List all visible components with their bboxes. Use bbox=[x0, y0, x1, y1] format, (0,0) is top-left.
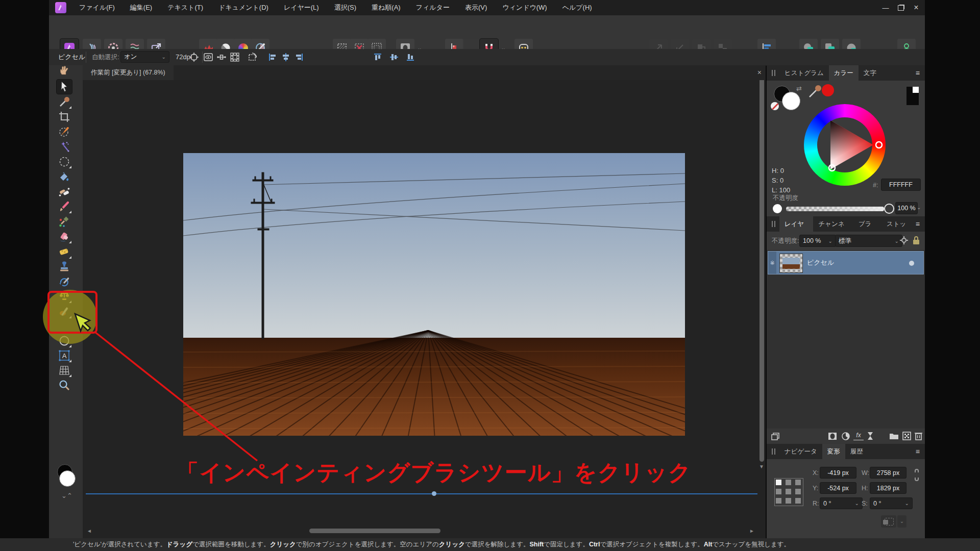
menu-view[interactable]: 表示(V) bbox=[457, 0, 495, 15]
lock-icon[interactable] bbox=[913, 236, 920, 245]
shear-dropdown[interactable]: 0 °⌄ bbox=[870, 497, 913, 509]
h-input[interactable]: 1829 px bbox=[870, 482, 906, 494]
tab-close-icon[interactable]: × bbox=[757, 65, 762, 80]
menu-select[interactable]: 選択(S) bbox=[327, 0, 364, 15]
tab-transform[interactable]: 変形 bbox=[822, 444, 845, 459]
w-input[interactable]: 2758 px bbox=[870, 467, 906, 479]
menu-help[interactable]: ヘルプ(H) bbox=[555, 0, 600, 15]
minimize-button[interactable]: — bbox=[878, 2, 893, 14]
align-right-icon[interactable] bbox=[293, 52, 305, 63]
menu-window[interactable]: ウィンドウ(W) bbox=[495, 0, 554, 15]
align-top-icon[interactable] bbox=[372, 52, 384, 63]
layer-visibility-toggle[interactable] bbox=[909, 261, 914, 266]
blend-options-gear-icon[interactable] bbox=[899, 236, 909, 245]
auto-select-dropdown[interactable]: オン⌄ bbox=[120, 51, 169, 63]
panel-drag-handle[interactable] bbox=[772, 448, 775, 455]
layer-opacity-dropdown[interactable]: 100 %⌄ bbox=[799, 235, 836, 247]
menu-text[interactable]: テキスト(T) bbox=[160, 0, 211, 15]
anchor-1-0[interactable] bbox=[776, 489, 781, 494]
no-color-swatch[interactable] bbox=[771, 102, 779, 110]
flood-select-tool[interactable] bbox=[57, 140, 72, 154]
opacity-slider[interactable] bbox=[786, 207, 884, 211]
hue-selector[interactable] bbox=[876, 142, 882, 148]
menu-filter[interactable]: フィルター bbox=[408, 0, 457, 15]
tutorial-progress-dot[interactable] bbox=[432, 491, 436, 496]
erase-brush-tool[interactable] bbox=[57, 230, 72, 244]
show-selection-icon[interactable] bbox=[202, 52, 214, 63]
align-bottom-icon[interactable] bbox=[404, 52, 416, 63]
color-picker-tool[interactable] bbox=[57, 95, 72, 109]
transform-mode-dropdown-icon[interactable]: ⌄ bbox=[897, 515, 906, 528]
flood-fill-tool[interactable] bbox=[57, 170, 72, 184]
sponge-brush-tool[interactable] bbox=[57, 245, 72, 259]
anchor-1-2[interactable] bbox=[795, 489, 801, 494]
anchor-0-1[interactable] bbox=[786, 480, 791, 485]
anchor-0-0[interactable] bbox=[776, 480, 781, 485]
tab-color[interactable]: カラー bbox=[829, 65, 859, 81]
undo-brush-tool[interactable] bbox=[57, 274, 72, 289]
transform-mode-button[interactable] bbox=[881, 515, 896, 528]
new-layer-icon[interactable] bbox=[902, 432, 911, 440]
anchor-2-2[interactable] bbox=[795, 498, 801, 504]
transform-origin-icon[interactable] bbox=[188, 52, 200, 63]
menu-edit[interactable]: 編集(E) bbox=[122, 0, 160, 15]
transform-handles-icon[interactable] bbox=[215, 52, 228, 63]
marquee-tool[interactable] bbox=[57, 155, 72, 169]
hex-input[interactable]: FFFFFF bbox=[881, 179, 921, 191]
anchor-2-1[interactable] bbox=[786, 498, 791, 504]
adjustment-layer-icon[interactable] bbox=[841, 432, 850, 441]
menu-file[interactable]: ファイル(F) bbox=[71, 0, 122, 15]
panel-menu-icon[interactable]: ≡ bbox=[916, 69, 920, 77]
color-picker-icon[interactable] bbox=[807, 84, 823, 99]
horizontal-scrollbar[interactable] bbox=[309, 529, 440, 533]
opacity-min-knob[interactable] bbox=[773, 204, 782, 213]
opacity-dropdown-icon[interactable]: ⌄ bbox=[917, 202, 924, 213]
foreground-color-swatch[interactable] bbox=[59, 470, 76, 487]
align-center-icon[interactable] bbox=[280, 52, 292, 63]
color-format-icon[interactable] bbox=[906, 87, 919, 105]
opacity-knob[interactable] bbox=[884, 204, 894, 214]
menu-layer[interactable]: レイヤー(L) bbox=[276, 0, 327, 15]
menu-document[interactable]: ドキュメント(D) bbox=[211, 0, 276, 15]
delete-layer-icon[interactable] bbox=[915, 431, 922, 441]
live-filter-icon[interactable]: fx bbox=[853, 432, 864, 440]
move-tool[interactable] bbox=[57, 80, 72, 94]
rotation-dropdown[interactable]: 0 °⌄ bbox=[820, 497, 863, 509]
crop-tool[interactable] bbox=[57, 110, 72, 124]
align-middle-icon[interactable] bbox=[388, 52, 400, 63]
tab-character[interactable]: 文字 bbox=[859, 65, 881, 81]
picked-color-swatch[interactable] bbox=[822, 84, 834, 96]
view-tool[interactable] bbox=[57, 63, 72, 78]
swap-colors-icon[interactable]: ⌄⌃ bbox=[61, 492, 72, 499]
anchor-2-0[interactable] bbox=[776, 498, 781, 504]
mesh-warp-tool[interactable] bbox=[57, 363, 72, 378]
app-logo-icon[interactable] bbox=[55, 2, 66, 13]
pixel-grid-icon[interactable] bbox=[229, 52, 241, 63]
vertical-scrollbar[interactable] bbox=[760, 80, 764, 462]
tab-brushes[interactable]: ブラシ bbox=[853, 216, 881, 232]
zoom-tool[interactable] bbox=[57, 378, 72, 392]
layer-row[interactable]: ※ ピクセル bbox=[768, 251, 924, 274]
x-input[interactable]: -419 px bbox=[820, 467, 856, 479]
pixel-tool[interactable] bbox=[57, 215, 72, 229]
align-left-icon[interactable] bbox=[266, 52, 279, 63]
rotation-handle-icon[interactable] bbox=[246, 52, 258, 63]
scroll-left-icon[interactable]: ◄ bbox=[87, 528, 92, 534]
gradient-tool[interactable] bbox=[57, 185, 72, 199]
panel-drag-handle[interactable] bbox=[772, 70, 775, 76]
y-input[interactable]: -524 px bbox=[820, 482, 856, 494]
anchor-0-2[interactable] bbox=[795, 480, 801, 485]
layer-thumbnail[interactable] bbox=[779, 254, 803, 273]
anchor-1-1[interactable] bbox=[786, 489, 791, 494]
blend-mode-dropdown[interactable]: 標準⌄ bbox=[835, 235, 902, 247]
swap-wells-icon[interactable]: ⇄ bbox=[796, 85, 802, 92]
layer-edit-indicator-icon[interactable]: ※ bbox=[768, 252, 776, 274]
tab-history[interactable]: 履歴 bbox=[845, 444, 868, 459]
document-tab[interactable]: 作業前 [変更あり] (67.8%) bbox=[83, 65, 174, 80]
tab-channels[interactable]: チャンネル bbox=[813, 216, 853, 232]
color-wheel[interactable] bbox=[804, 104, 886, 186]
primary-color-well[interactable] bbox=[782, 92, 800, 110]
color-swatches[interactable] bbox=[56, 464, 76, 488]
clone-stamp-tool[interactable] bbox=[57, 260, 72, 274]
tab-navigator[interactable]: ナビゲータ bbox=[779, 444, 822, 459]
